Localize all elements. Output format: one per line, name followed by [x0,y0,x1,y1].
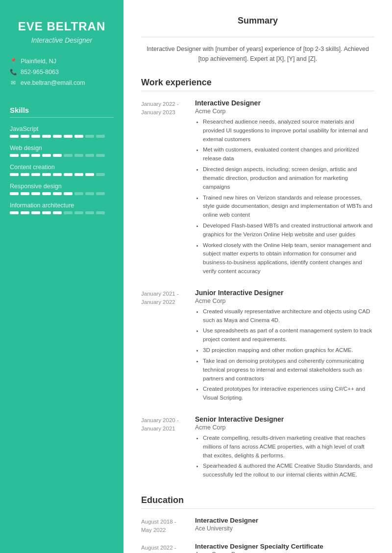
work-bullet-item: Trained new hires on Verizon standards a… [203,194,374,220]
work-dates: January 2021 - January 2022 [141,289,195,404]
work-company: Acme Corp [195,298,374,304]
skill-segment [21,173,29,176]
skill-segment [74,135,83,138]
skill-segment [31,135,40,138]
contact-section: 📍 Plainfield, NJ 📞 852-965-8063 ✉ eve.be… [10,58,114,90]
work-dates: January 2020 - January 2021 [141,415,195,481]
skill-segment [64,135,73,138]
skill-segment [74,211,83,214]
work-bullet-item: Met with customers, evaluated content ch… [203,146,374,163]
work-bullet-item: 3D projection mapping and other motion g… [203,346,374,355]
skill-segment [96,135,105,138]
candidate-name: EVE BELTRAN [10,20,114,33]
email-text: eve.beltran@email.com [21,79,85,86]
skill-segment [85,173,94,176]
skill-segment [85,192,94,195]
skill-item: Content creation [10,164,114,176]
email-icon: ✉ [10,79,17,86]
work-bullet-item: Use spreadsheets as part of a content ma… [203,327,374,344]
work-bullet-item: Researched audience needs, analyzed sour… [203,118,374,144]
skill-name: Content creation [10,164,114,171]
skill-segment [31,211,40,214]
work-entry: January 2020 - January 2021Senior Intera… [141,415,374,481]
skill-segment [42,135,51,138]
work-content: Junior Interactive DesignerAcme CorpCrea… [195,289,374,404]
work-bullet-item: Spearheaded & authored the ACME Creative… [203,462,374,479]
skill-segment [42,173,51,176]
work-bullets: Create compelling, results-driven market… [195,434,374,479]
skill-segment [53,173,62,176]
skill-segment [10,173,19,176]
skill-segment [21,192,29,195]
education-heading: Education [141,495,374,509]
education-dates: August 2018 - May 2022 [141,517,195,535]
skill-segment [74,192,83,195]
work-bullet-item: Developed Flash-based WBTs and created i… [203,222,374,239]
work-bullets: Researched audience needs, analyzed sour… [195,118,374,276]
work-bullet-item: Directed design aspects, including; scre… [203,165,374,191]
contact-email: ✉ eve.beltran@email.com [10,79,114,86]
education-dates: August 2022 - December 2022 [141,543,195,553]
skills-section: Skills JavaScriptWeb designContent creat… [10,106,114,221]
summary-heading: Summary [141,16,374,29]
skill-segment [74,173,83,176]
skill-bar [10,135,114,138]
skill-item: Web design [10,145,114,157]
contact-location: 📍 Plainfield, NJ [10,58,114,65]
skill-segment [64,192,73,195]
work-bullet-item: Take lead on demoing prototypes and cohe… [203,357,374,383]
work-company: Acme Corp [195,108,374,115]
education-degree: Interactive Designer Specialty Certifica… [195,543,374,550]
skill-name: Responsive design [10,183,114,190]
sidebar: EVE BELTRAN Interactive Designer 📍 Plain… [0,0,123,553]
work-entry: January 2022 - January 2023Interactive D… [141,99,374,278]
work-bullet-item: Created prototypes for interactive exper… [203,385,374,402]
education-degree: Interactive Designer [195,517,374,524]
skills-heading: Skills [10,106,114,118]
education-entry: August 2018 - May 2022Interactive Design… [141,517,374,535]
education-content: Interactive Designer Specialty Certifica… [195,543,374,553]
skill-segment [21,211,29,214]
skill-segment [85,154,94,157]
skill-segment [10,154,19,157]
skill-segment [53,154,62,157]
skill-segment [85,211,94,214]
education-entries-list: August 2018 - May 2022Interactive Design… [141,517,374,553]
location-icon: 📍 [10,58,17,65]
contact-phone: 📞 852-965-8063 [10,69,114,75]
work-job-title: Interactive Designer [195,99,374,107]
education-school: Ace University [195,525,374,532]
education-content: Interactive DesignerAce University [195,517,374,535]
work-dates: January 2022 - January 2023 [141,99,195,278]
skill-segment [85,135,94,138]
skill-segment [53,211,62,214]
skill-segment [96,211,105,214]
skill-segment [64,173,73,176]
skill-item: Information architecture [10,202,114,214]
skill-segment [96,154,105,157]
work-bullet-item: Create compelling, results-driven market… [203,434,374,460]
phone-text: 852-965-8063 [21,69,59,75]
skill-item: Responsive design [10,183,114,195]
skill-segment [42,211,51,214]
work-content: Interactive DesignerAcme CorpResearched … [195,99,374,278]
skill-bar [10,173,114,176]
summary-divider [141,37,374,37]
skill-segment [64,211,73,214]
skill-bar [10,154,114,157]
skill-segment [64,154,73,157]
work-job-title: Junior Interactive Designer [195,289,374,297]
work-experience-section: Work experience January 2022 - January 2… [141,77,374,481]
work-entry: January 2021 - January 2022Junior Intera… [141,289,374,404]
phone-icon: 📞 [10,69,17,75]
skill-segment [53,135,62,138]
skill-name: Web design [10,145,114,151]
skill-segment [21,135,29,138]
skill-segment [10,211,19,214]
candidate-title: Interactive Designer [10,36,114,44]
skill-segment [31,192,40,195]
skill-segment [31,173,40,176]
main-content: Summary Interactive Designer with [numbe… [123,0,392,553]
work-content: Senior Interactive DesignerAcme CorpCrea… [195,415,374,481]
skill-segment [42,154,51,157]
